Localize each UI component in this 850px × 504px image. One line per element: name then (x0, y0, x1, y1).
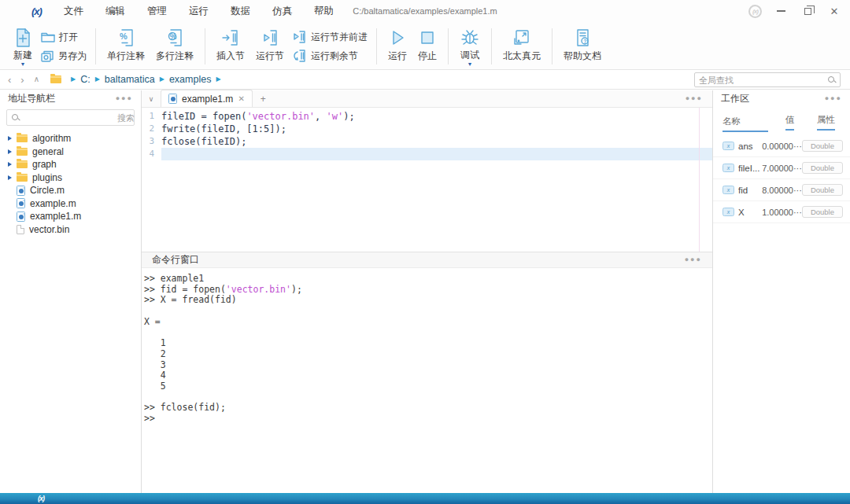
workspace-row-fileI[interactable]: xfileI...7.00000···Double (713, 157, 850, 179)
run-button[interactable]: 运行 (382, 26, 412, 67)
workspace-row-ans[interactable]: xans0.00000···Double (713, 135, 850, 157)
save-as-button[interactable]: 另存为 (41, 50, 87, 63)
beitai-button[interactable]: 北太真元 (497, 26, 546, 67)
variable-value: 0.00000··· (762, 142, 802, 151)
toolbar-separator (95, 28, 96, 64)
file-search-box[interactable] (6, 109, 135, 126)
tree-item-label: example.m (30, 198, 76, 209)
file-navigator-title: 地址导航栏 (8, 92, 55, 105)
run-section-advance-button[interactable]: 运行节并前进 (293, 31, 368, 44)
breadcrumb-arrow-icon: ▶ (71, 76, 76, 83)
variable-attr: Double (802, 140, 843, 153)
menu-item-3[interactable]: 管理 (136, 0, 178, 22)
multi-comment-icon: % (166, 27, 183, 49)
variable-icon: x (722, 208, 734, 216)
tree-folder-plugins[interactable]: plugins (0, 171, 141, 185)
workspace-row-fid[interactable]: xfid8.00000···Double (713, 179, 850, 201)
command-window-title: 命令行窗口 (152, 253, 199, 267)
tree-folder-general[interactable]: general (0, 145, 141, 159)
menu-item-4[interactable]: 运行 (178, 0, 220, 22)
tree-folder-algorithm[interactable]: algorithm (0, 132, 141, 145)
m-file-icon (17, 186, 25, 196)
menu-item-6[interactable]: 仿真 (261, 0, 303, 22)
folder-icon (17, 148, 28, 156)
m-file-icon (17, 198, 25, 208)
single-line-comment-button[interactable]: % 单行注释 (102, 26, 150, 67)
app-window: (x) 文件编辑管理运行数据仿真帮助 C:/baltamatica/exampl… (0, 0, 850, 504)
line-number: 3 (142, 135, 161, 148)
global-search-box[interactable] (694, 72, 841, 87)
global-search-input[interactable] (699, 75, 828, 85)
tab-example1[interactable]: example1.m ✕ (161, 90, 253, 107)
nav-up-button[interactable]: ∧ (34, 75, 39, 83)
file-search-input[interactable] (23, 113, 135, 123)
restore-icon (804, 8, 811, 15)
code-area[interactable]: 1fileID = fopen('vector.bin', 'w');2fwri… (142, 108, 712, 252)
tree-file-example.m[interactable]: example.m (0, 197, 141, 211)
open-button[interactable]: 打开 (41, 31, 87, 44)
new-dropdown-caret[interactable]: ▼ (20, 62, 26, 66)
insert-section-button[interactable]: 插入节 (211, 26, 250, 67)
code-line-1[interactable]: 1fileID = fopen('vector.bin', 'w'); (142, 110, 712, 123)
breadcrumb-segment[interactable]: examples (169, 74, 212, 85)
column-ruler (699, 108, 700, 252)
nav-forward-button[interactable]: › (20, 75, 24, 85)
workspace-row-X[interactable]: xX1.00000···Double (713, 201, 850, 223)
debug-button[interactable]: 调试 ▼ (454, 26, 486, 67)
code-line-2[interactable]: 2fwrite(fileID, [1:5]); (142, 123, 712, 135)
menu-item-1[interactable]: 文件 (53, 0, 94, 22)
variable-attr: Double (802, 162, 843, 175)
editor-tab-bar: ∨ example1.m ✕ + ●●● (142, 90, 712, 108)
tree-file-Circle.m[interactable]: Circle.m (0, 184, 141, 197)
toolbar-separator (448, 28, 449, 64)
tree-file-example1.m[interactable]: example1.m (0, 210, 141, 223)
command-line-2: >> fid = fopen('vector.bin'); (144, 285, 712, 296)
code-line-content: fclose(fileID); (161, 135, 712, 148)
tab-list-chevron-icon[interactable]: ∨ (142, 95, 161, 103)
debug-dropdown-caret[interactable]: ▼ (468, 62, 473, 66)
help-doc-button[interactable]: ? 帮助文档 (558, 26, 607, 67)
menu-item-7[interactable]: 帮助 (303, 0, 345, 22)
expand-arrow-icon[interactable] (8, 149, 12, 154)
column-header-name[interactable]: 名称 (722, 116, 768, 132)
stop-button[interactable]: 停止 (412, 26, 442, 67)
code-line-content (161, 148, 712, 160)
tree-item-label: plugins (32, 172, 62, 183)
expand-arrow-icon[interactable] (8, 162, 12, 167)
run-remaining-sections-button[interactable]: 运行剩余节 (293, 50, 368, 63)
menu-item-5[interactable]: 数据 (220, 0, 261, 22)
menu-item-2[interactable]: 编辑 (94, 0, 136, 22)
minimize-button[interactable] (773, 3, 789, 19)
variable-attr: Double (802, 206, 843, 219)
column-header-attr[interactable]: 属性 (811, 114, 841, 134)
tree-file-vector.bin[interactable]: vector.bin (0, 223, 141, 237)
run-section-icon (261, 27, 279, 49)
new-tab-button[interactable]: + (261, 94, 266, 105)
run-section-button[interactable]: 运行节 (250, 26, 290, 67)
workspace-menu-button[interactable]: ●●● (825, 95, 842, 102)
help-doc-icon: ? (574, 27, 591, 49)
variable-name: X (738, 208, 762, 217)
tab-close-icon[interactable]: ✕ (238, 94, 244, 103)
tree-item-label: general (32, 146, 64, 157)
command-window-menu-button[interactable]: ●●● (685, 256, 702, 263)
nav-back-button[interactable]: ‹ (8, 75, 11, 85)
close-button[interactable]: ✕ (826, 3, 842, 19)
multi-line-comment-button[interactable]: % 多行注释 (150, 26, 199, 67)
breadcrumb[interactable]: ▶C:▶baltamatica▶examples▶ (71, 74, 221, 85)
restore-button[interactable] (800, 3, 815, 19)
new-file-button[interactable]: 新建 ▼ (8, 26, 38, 67)
code-line-4[interactable]: 4 (142, 148, 712, 160)
expand-arrow-icon[interactable] (8, 175, 12, 180)
editor-menu-button[interactable]: ●●● (686, 95, 703, 102)
tree-folder-graph[interactable]: graph (0, 158, 141, 171)
command-window-output[interactable]: >> example1>> fid = fopen('vector.bin');… (142, 268, 712, 493)
breadcrumb-segment[interactable]: C: (80, 74, 91, 85)
file-navigator-menu-button[interactable]: ●●● (116, 95, 133, 102)
breadcrumb-segment[interactable]: baltamatica (105, 74, 155, 85)
line-number: 2 (142, 123, 161, 135)
code-line-3[interactable]: 3fclose(fileID); (142, 135, 712, 148)
breadcrumb-arrow-icon: ▶ (95, 76, 100, 83)
expand-arrow-icon[interactable] (8, 136, 12, 141)
column-header-value[interactable]: 值 (768, 114, 811, 134)
